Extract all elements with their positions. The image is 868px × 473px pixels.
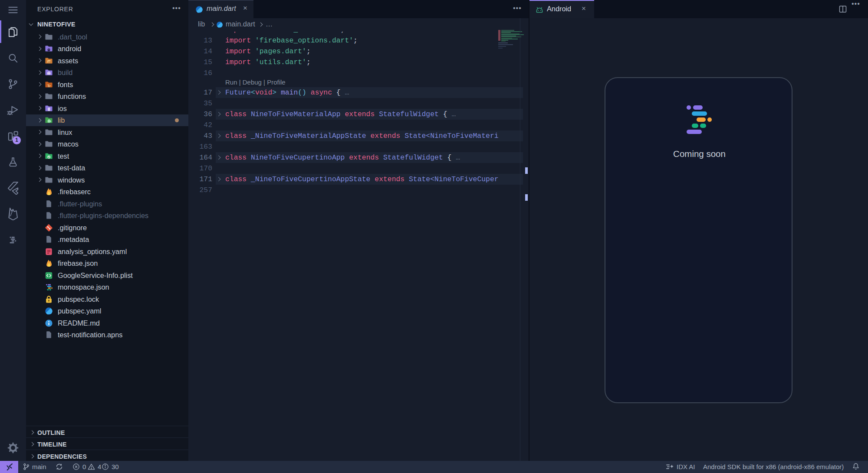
- svg-text:Tr: Tr: [47, 84, 51, 88]
